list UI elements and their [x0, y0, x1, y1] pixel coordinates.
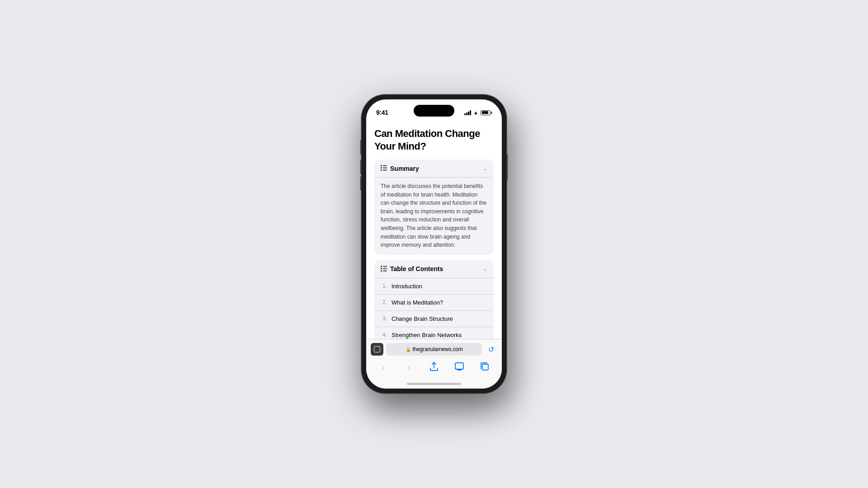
toc-item-number: 3.: [381, 315, 387, 322]
url-text: thegranularnews.com: [413, 346, 463, 352]
phone-device: 9:41 ▲ Can Meditation Change Your Mind?: [362, 95, 506, 393]
toc-list: 1.Introduction2.What is Meditation?3.Cha…: [374, 278, 494, 339]
tabs-button[interactable]: [476, 359, 493, 375]
toc-item-number: 4.: [381, 332, 387, 338]
summary-header-left: Summary: [381, 164, 419, 172]
toc-item-label: Introduction: [392, 283, 422, 290]
bookmarks-button[interactable]: [451, 359, 467, 375]
toc-header-left: Table of Contents: [381, 265, 443, 273]
summary-chevron-icon: ⌄: [483, 165, 487, 172]
svg-rect-2: [381, 167, 382, 169]
svg-rect-8: [381, 268, 382, 269]
summary-body: The article discusses the potential bene…: [374, 177, 494, 255]
status-time: 9:41: [376, 109, 388, 116]
back-icon: ‹: [382, 362, 385, 373]
wifi-icon: ▲: [473, 110, 478, 115]
bookmarks-icon: [455, 362, 464, 373]
toc-item-label: Strengthen Brain Networks: [392, 332, 462, 338]
share-icon: [430, 362, 438, 373]
toc-item[interactable]: 4.Strengthen Brain Networks: [374, 327, 494, 339]
toc-card: Table of Contents ⌄ 1.Introduction2.What…: [374, 260, 494, 339]
svg-rect-3: [383, 168, 387, 169]
status-icons: ▲: [464, 110, 492, 115]
svg-rect-9: [383, 268, 387, 269]
safari-bottom-bar: 🔒 thegranularnews.com ↺ ‹ ›: [366, 339, 502, 389]
phone-screen: 9:41 ▲ Can Meditation Change Your Mind?: [366, 99, 502, 389]
toc-item[interactable]: 2.What is Meditation?: [374, 294, 494, 310]
tabs-icon: [481, 362, 489, 373]
toc-header[interactable]: Table of Contents ⌄: [374, 260, 494, 278]
reload-button[interactable]: ↺: [485, 343, 497, 356]
back-button[interactable]: ‹: [375, 359, 392, 375]
tab-squares-icon: [374, 346, 380, 352]
forward-button[interactable]: ›: [401, 359, 417, 375]
toc-title: Table of Contents: [390, 265, 443, 272]
url-field[interactable]: 🔒 thegranularnews.com: [386, 343, 482, 356]
summary-text: The article discusses the potential bene…: [381, 182, 487, 249]
toc-list-icon: [381, 265, 387, 273]
toc-item[interactable]: 3.Change Brain Structure: [374, 310, 494, 327]
toc-chevron-icon: ⌄: [483, 266, 487, 272]
tab-count-button[interactable]: [371, 343, 383, 356]
summary-card: Summary ⌄ The article discusses the pote…: [374, 160, 494, 255]
svg-rect-11: [383, 270, 387, 271]
svg-rect-12: [455, 363, 463, 369]
summary-title: Summary: [390, 165, 419, 172]
navigation-bar: ‹ ›: [366, 357, 502, 383]
status-bar: 9:41 ▲: [366, 99, 502, 120]
signal-icon: [464, 110, 471, 115]
svg-rect-13: [482, 364, 488, 370]
svg-rect-7: [383, 266, 387, 267]
svg-rect-10: [381, 270, 382, 272]
summary-list-icon: [381, 164, 387, 172]
lock-icon: 🔒: [406, 347, 411, 352]
summary-card-header[interactable]: Summary ⌄: [374, 160, 494, 177]
toc-item[interactable]: 1.Introduction: [374, 278, 494, 294]
home-indicator: [407, 383, 461, 385]
battery-icon: [481, 110, 492, 115]
svg-rect-6: [381, 266, 382, 267]
share-button[interactable]: [426, 359, 442, 375]
forward-icon: ›: [407, 362, 410, 373]
svg-rect-1: [383, 165, 387, 166]
svg-rect-0: [381, 165, 382, 166]
toc-item-number: 2.: [381, 299, 387, 305]
toc-item-number: 1.: [381, 283, 387, 289]
toc-item-label: Change Brain Structure: [392, 315, 453, 322]
svg-rect-5: [383, 170, 387, 171]
content-area[interactable]: Can Meditation Change Your Mind?: [366, 120, 502, 339]
article-title: Can Meditation Change Your Mind?: [374, 127, 494, 152]
reload-icon: ↺: [488, 345, 494, 354]
svg-rect-4: [381, 169, 382, 171]
toc-item-label: What is Meditation?: [392, 299, 443, 306]
dynamic-island: [414, 105, 454, 117]
url-bar: 🔒 thegranularnews.com ↺: [366, 339, 502, 357]
